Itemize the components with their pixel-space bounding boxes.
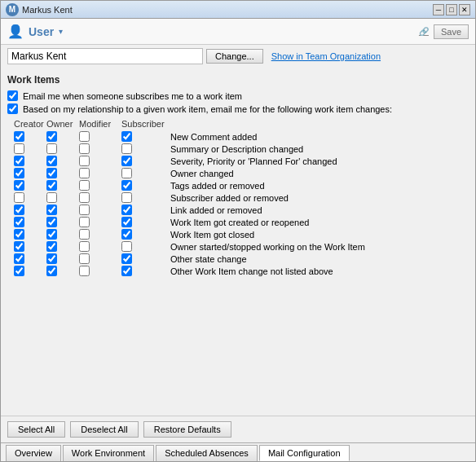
owner-checkbox-11[interactable]: [46, 266, 57, 276]
col-owner: Owner: [46, 119, 79, 129]
table-row: Work Item got closed: [7, 228, 469, 240]
modifier-checkbox-9[interactable]: [79, 241, 90, 252]
window-icon: M: [6, 3, 19, 16]
row-label-11: Other Work Item change not listed above: [170, 266, 469, 276]
row-label-8: Work Item got closed: [170, 230, 469, 240]
link-icon-button[interactable]: 🔗: [419, 27, 429, 36]
creator-checkbox-9[interactable]: [14, 241, 24, 252]
subscriber-checkbox-2[interactable]: [121, 156, 132, 166]
relationship-row: Based on my relationship to a given work…: [7, 103, 469, 114]
user-label: User: [29, 25, 54, 38]
owner-checkbox-3[interactable]: [46, 168, 57, 178]
creator-checkbox-11[interactable]: [14, 266, 24, 276]
table-row: Other state change: [7, 253, 469, 265]
modifier-checkbox-5[interactable]: [79, 192, 90, 203]
row-label-9: Owner started/stopped working on the Wor…: [170, 242, 469, 252]
user-icon: 👤: [7, 24, 24, 39]
modifier-checkbox-10[interactable]: [79, 253, 90, 264]
relationship-checkbox[interactable]: [7, 103, 18, 114]
creator-checkbox-2[interactable]: [14, 156, 24, 166]
owner-checkbox-4[interactable]: [46, 180, 57, 191]
modifier-checkbox-11[interactable]: [79, 266, 90, 276]
title-bar: M Markus Kent ─ □ ✕: [1, 1, 475, 19]
modifier-checkbox-3[interactable]: [79, 168, 90, 178]
restore-defaults-button[interactable]: Restore Defaults: [143, 421, 231, 438]
col-description: [170, 119, 469, 129]
table-row: Work Item got created or reopened: [7, 216, 469, 228]
row-label-0: New Comment added: [170, 132, 469, 142]
tab-scheduled-absences[interactable]: Scheduled Absences: [156, 445, 258, 461]
select-all-button[interactable]: Select All: [7, 421, 65, 438]
subscriber-checkbox-3[interactable]: [121, 168, 132, 178]
tab-work-environment[interactable]: Work Environment: [63, 445, 154, 461]
tab-overview[interactable]: Overview: [6, 445, 61, 461]
subscriber-checkbox-10[interactable]: [121, 253, 132, 264]
row-label-10: Other state change: [170, 254, 469, 264]
table-row: Subscriber added or removed: [7, 191, 469, 204]
modifier-checkbox-8[interactable]: [79, 229, 90, 240]
owner-checkbox-10[interactable]: [46, 253, 57, 264]
creator-checkbox-1[interactable]: [14, 143, 24, 154]
row-label-4: Tags added or removed: [170, 181, 469, 191]
main-panel: Work Items Email me when someone subscri…: [1, 68, 475, 442]
owner-checkbox-9[interactable]: [46, 241, 57, 252]
owner-checkbox-8[interactable]: [46, 229, 57, 240]
tabs-bar: OverviewWork EnvironmentScheduled Absenc…: [1, 442, 475, 461]
creator-checkbox-0[interactable]: [14, 131, 24, 142]
subscriber-checkbox-7[interactable]: [121, 217, 132, 227]
row-label-3: Owner changed: [170, 169, 469, 178]
modifier-checkbox-2[interactable]: [79, 156, 90, 166]
creator-checkbox-4[interactable]: [14, 180, 24, 191]
user-dropdown-arrow[interactable]: ▾: [59, 27, 63, 36]
grid-header: Creator Owner Modifier Subscriber: [7, 117, 469, 130]
subscriber-checkbox-5[interactable]: [121, 192, 132, 203]
minimize-button[interactable]: ─: [433, 4, 444, 15]
window-controls: ─ □ ✕: [433, 4, 470, 15]
row-label-7: Work Item got created or reopened: [170, 218, 469, 227]
email-subscribe-label: Email me when someone subscribes me to a…: [23, 91, 242, 101]
creator-checkbox-5[interactable]: [14, 192, 24, 203]
owner-checkbox-7[interactable]: [46, 217, 57, 227]
tab-mail-configuration[interactable]: Mail Configuration: [259, 445, 350, 461]
toolbar: 👤 User ▾ 🔗 Save: [1, 19, 475, 45]
owner-checkbox-5[interactable]: [46, 192, 57, 203]
change-button[interactable]: Change...: [206, 49, 263, 64]
table-row: Owner started/stopped working on the Wor…: [7, 240, 469, 253]
creator-checkbox-8[interactable]: [14, 229, 24, 240]
subscriber-checkbox-11[interactable]: [121, 266, 132, 276]
table-row: Severity, Priority or 'Planned For' chan…: [7, 155, 469, 167]
subscriber-checkbox-9[interactable]: [121, 241, 132, 252]
scrollable-content: Work Items Email me when someone subscri…: [1, 68, 475, 416]
save-button[interactable]: Save: [434, 24, 469, 39]
creator-checkbox-3[interactable]: [14, 168, 24, 178]
deselect-all-button[interactable]: Deselect All: [70, 421, 138, 438]
modifier-checkbox-4[interactable]: [79, 180, 90, 191]
owner-checkbox-2[interactable]: [46, 156, 57, 166]
modifier-checkbox-1[interactable]: [79, 143, 90, 154]
email-subscribe-checkbox[interactable]: [7, 90, 18, 101]
owner-checkbox-1[interactable]: [46, 143, 57, 154]
maximize-button[interactable]: □: [446, 4, 457, 15]
creator-checkbox-7[interactable]: [14, 217, 24, 227]
window-title: Markus Kent: [22, 5, 433, 15]
name-input[interactable]: [7, 48, 203, 64]
modifier-checkbox-7[interactable]: [79, 217, 90, 227]
creator-checkbox-10[interactable]: [14, 253, 24, 264]
close-button[interactable]: ✕: [459, 4, 470, 15]
col-subscriber: Subscriber: [121, 119, 170, 129]
subscriber-checkbox-8[interactable]: [121, 229, 132, 240]
subscriber-checkbox-4[interactable]: [121, 180, 132, 191]
show-in-team-link[interactable]: Show in Team Organization: [271, 51, 381, 61]
creator-checkbox-6[interactable]: [14, 205, 24, 215]
owner-checkbox-6[interactable]: [46, 205, 57, 215]
subscriber-checkbox-1[interactable]: [121, 143, 132, 154]
modifier-checkbox-0[interactable]: [79, 131, 90, 142]
row-label-1: Summary or Description changed: [170, 144, 469, 154]
subscriber-checkbox-0[interactable]: [121, 131, 132, 142]
subscriber-checkbox-6[interactable]: [121, 205, 132, 215]
table-row: New Comment added: [7, 130, 469, 143]
work-items-title: Work Items: [7, 74, 469, 86]
modifier-checkbox-6[interactable]: [79, 205, 90, 215]
owner-checkbox-0[interactable]: [46, 131, 57, 142]
main-window: M Markus Kent ─ □ ✕ 👤 User ▾ 🔗 Save Chan…: [0, 0, 476, 462]
